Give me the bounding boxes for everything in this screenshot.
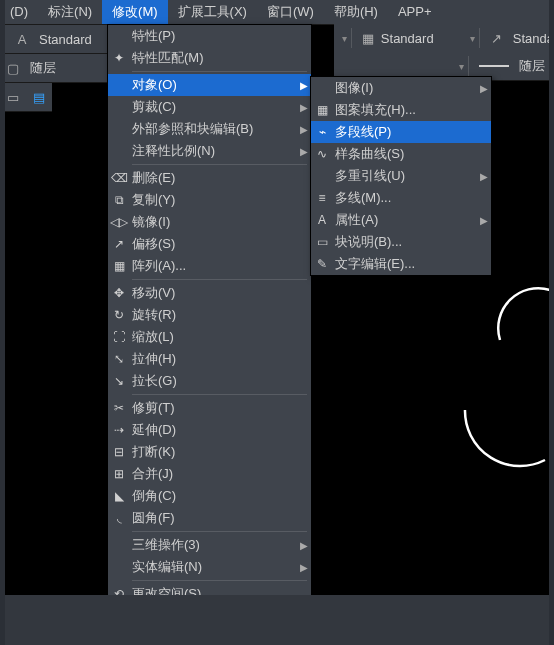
modify-separator xyxy=(132,71,307,72)
tool-icon-a[interactable]: ▭ xyxy=(2,86,24,108)
layer-selector[interactable]: 随层 xyxy=(30,59,56,77)
object-item-8[interactable]: ✎文字编辑(E)... xyxy=(311,253,491,275)
menu-appplus[interactable]: APP+ xyxy=(388,0,442,24)
object-item-5-label: 多线(M)... xyxy=(333,189,477,207)
menu-modify[interactable]: 修改(M) xyxy=(102,0,168,24)
modify-item-12[interactable]: ▦阵列(A)... xyxy=(108,255,311,277)
modify-item-11[interactable]: ↗偏移(S) xyxy=(108,233,311,255)
linetype-drop[interactable] xyxy=(334,55,464,77)
object-item-6-label: 属性(A) xyxy=(333,211,477,229)
mleader-icon[interactable]: ↗ xyxy=(486,27,507,49)
submenu-arrow-icon: ▶ xyxy=(477,171,491,182)
object-item-3[interactable]: ∿样条曲线(S) xyxy=(311,143,491,165)
modify-item-17[interactable]: ⤡拉伸(H) xyxy=(108,348,311,370)
object-item-5[interactable]: ≡多线(M)... xyxy=(311,187,491,209)
modify-item-18-icon: ↘ xyxy=(108,374,130,388)
canvas-arc-2 xyxy=(460,400,550,480)
object-item-7[interactable]: ▭块说明(B)... xyxy=(311,231,491,253)
grid-icon[interactable]: ▦ xyxy=(358,27,379,49)
standard-selector-2[interactable]: Standa xyxy=(513,31,554,46)
modify-item-4[interactable]: 剪裁(C)▶ xyxy=(108,96,311,118)
modify-item-9[interactable]: ⧉复制(Y) xyxy=(108,189,311,211)
modify-item-1[interactable]: ✦特性匹配(M) xyxy=(108,47,311,69)
object-item-8-label: 文字编辑(E)... xyxy=(333,255,477,273)
modify-item-8[interactable]: ⌫删除(E) xyxy=(108,167,311,189)
style-drop-arrow[interactable] xyxy=(334,27,347,49)
object-item-6-icon: A xyxy=(311,213,333,227)
object-item-7-icon: ▭ xyxy=(311,235,333,249)
modify-dropdown: 特性(P)✦特性匹配(M)对象(O)▶剪裁(C)▶外部参照和块编辑(B)▶注释性… xyxy=(107,24,312,628)
menu-d[interactable]: (D) xyxy=(0,0,38,24)
modify-item-17-label: 拉伸(H) xyxy=(130,350,297,368)
modify-item-4-label: 剪裁(C) xyxy=(130,98,297,116)
modify-item-20-label: 修剪(T) xyxy=(130,399,297,417)
modify-item-22-icon: ⊟ xyxy=(108,445,130,459)
modify-item-5[interactable]: 外部参照和块编辑(B)▶ xyxy=(108,118,311,140)
modify-item-11-label: 偏移(S) xyxy=(130,235,297,253)
modify-item-3-label: 对象(O) xyxy=(130,76,297,94)
object-item-2-icon: ⌁ xyxy=(311,125,333,139)
object-item-0[interactable]: 图像(I)▶ xyxy=(311,77,491,99)
modify-item-15-icon: ↻ xyxy=(108,308,130,322)
menu-extensions[interactable]: 扩展工具(X) xyxy=(168,0,257,24)
object-item-0-label: 图像(I) xyxy=(333,79,477,97)
submenu-arrow-icon: ▶ xyxy=(477,215,491,226)
modify-item-14[interactable]: ✥移动(V) xyxy=(108,282,311,304)
object-item-1[interactable]: ▦图案填充(H)... xyxy=(311,99,491,121)
lineweight-preview-icon xyxy=(479,65,509,67)
modify-item-12-icon: ▦ xyxy=(108,259,130,273)
modify-item-8-icon: ⌫ xyxy=(108,171,130,185)
object-item-3-label: 样条曲线(S) xyxy=(333,145,477,163)
modify-item-15-label: 旋转(R) xyxy=(130,306,297,324)
modify-item-25-label: 圆角(F) xyxy=(130,509,297,527)
object-item-4[interactable]: 多重引线(U)▶ xyxy=(311,165,491,187)
object-item-1-icon: ▦ xyxy=(311,103,333,117)
canvas-arc-1 xyxy=(490,280,554,350)
modify-item-20[interactable]: ✂修剪(T) xyxy=(108,397,311,419)
menu-help[interactable]: 帮助(H) xyxy=(324,0,388,24)
object-item-2-label: 多段线(P) xyxy=(333,123,477,141)
modify-item-20-icon: ✂ xyxy=(108,401,130,415)
style-selector[interactable]: Standard xyxy=(39,32,92,47)
menu-annotate[interactable]: 标注(N) xyxy=(38,0,102,24)
layer-swatch[interactable]: ▢ xyxy=(2,57,24,79)
frame-left xyxy=(0,0,5,645)
modify-item-3[interactable]: 对象(O)▶ xyxy=(108,74,311,96)
modify-item-12-label: 阵列(A)... xyxy=(130,257,297,275)
object-item-8-icon: ✎ xyxy=(311,257,333,271)
modify-item-23-label: 合并(J) xyxy=(130,465,297,483)
modify-item-22[interactable]: ⊟打断(K) xyxy=(108,441,311,463)
modify-separator xyxy=(132,394,307,395)
menu-window[interactable]: 窗口(W) xyxy=(257,0,324,24)
standard-label: Standard xyxy=(381,31,434,46)
modify-item-10[interactable]: ◁▷镜像(I) xyxy=(108,211,311,233)
tool-icon-b[interactable]: ▤ xyxy=(28,86,50,108)
object-item-2[interactable]: ⌁多段线(P) xyxy=(311,121,491,143)
modify-item-16[interactable]: ⛶缩放(L) xyxy=(108,326,311,348)
modify-item-18-label: 拉长(G) xyxy=(130,372,297,390)
lineweight-selector[interactable]: 随层 xyxy=(519,57,545,75)
modify-item-23[interactable]: ⊞合并(J) xyxy=(108,463,311,485)
modify-item-24[interactable]: ◣倒角(C) xyxy=(108,485,311,507)
modify-item-6-label: 注释性比例(N) xyxy=(130,142,297,160)
modify-item-28[interactable]: 实体编辑(N)▶ xyxy=(108,556,311,578)
modify-item-21[interactable]: ⇢延伸(D) xyxy=(108,419,311,441)
modify-item-0[interactable]: 特性(P) xyxy=(108,25,311,47)
modify-item-11-icon: ↗ xyxy=(108,237,130,251)
modify-item-10-label: 镜像(I) xyxy=(130,213,297,231)
modify-item-0-label: 特性(P) xyxy=(130,27,297,45)
modify-item-15[interactable]: ↻旋转(R) xyxy=(108,304,311,326)
modify-item-18[interactable]: ↘拉长(G) xyxy=(108,370,311,392)
standard-selector[interactable]: Standard xyxy=(381,27,475,49)
status-bar xyxy=(0,595,554,645)
submenu-arrow-icon: ▶ xyxy=(297,562,311,573)
toolbar-right-1: ▦ Standard ↗ Standa xyxy=(334,24,554,53)
submenu-arrow-icon: ▶ xyxy=(297,102,311,113)
modify-item-6[interactable]: 注释性比例(N)▶ xyxy=(108,140,311,162)
modify-item-27[interactable]: 三维操作(3)▶ xyxy=(108,534,311,556)
modify-item-25-icon: ◟ xyxy=(108,511,130,525)
modify-item-25[interactable]: ◟圆角(F) xyxy=(108,507,311,529)
object-item-5-icon: ≡ xyxy=(311,191,333,205)
style-icon[interactable]: A xyxy=(11,28,33,50)
object-item-6[interactable]: A属性(A)▶ xyxy=(311,209,491,231)
